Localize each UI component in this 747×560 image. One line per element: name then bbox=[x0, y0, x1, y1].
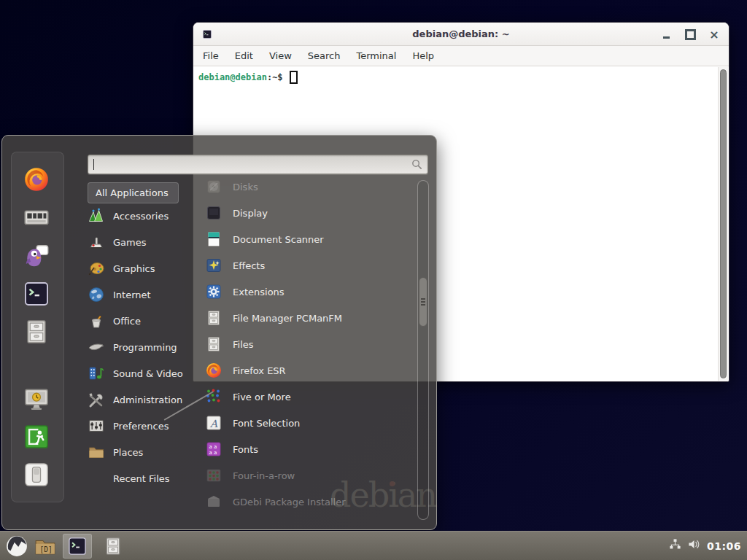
app-label: File Manager PCManFM bbox=[233, 313, 342, 324]
favorite-logout[interactable] bbox=[23, 423, 50, 451]
category-administration[interactable]: Administration bbox=[88, 386, 204, 413]
category-office[interactable]: Office bbox=[88, 308, 204, 334]
app-disks: Disks bbox=[205, 174, 415, 200]
category-preferences[interactable]: Preferences bbox=[88, 413, 204, 439]
favorite-firefox[interactable] bbox=[23, 166, 50, 193]
category-label: Games bbox=[113, 237, 146, 248]
category-programming[interactable]: Programming bbox=[88, 334, 204, 360]
terminal-prompt: debian@debian:~$ bbox=[198, 70, 724, 85]
graphics-icon bbox=[88, 260, 105, 277]
terminal-scrollbar-thumb[interactable] bbox=[720, 69, 727, 378]
file-manager-task-button[interactable] bbox=[98, 534, 128, 559]
app-extensions[interactable]: Extensions bbox=[205, 279, 415, 305]
favorite-file-manager[interactable] bbox=[23, 318, 50, 346]
svg-text:A: A bbox=[209, 418, 218, 429]
search-icon bbox=[411, 158, 423, 171]
app-display[interactable]: Display bbox=[205, 200, 415, 226]
terminal-menubar: FileEditViewSearchTerminalHelp bbox=[193, 46, 729, 66]
svg-text:a a: a a bbox=[209, 450, 217, 456]
terminal-titlebar[interactable]: debian@debian: ~ bbox=[193, 23, 729, 46]
close-button[interactable] bbox=[705, 26, 723, 42]
terminal-menu-edit[interactable]: Edit bbox=[227, 46, 261, 66]
input-devices-icon bbox=[23, 203, 50, 231]
app-five-or-more[interactable]: Five or More bbox=[205, 384, 415, 410]
category-list: AccessoriesGamesGraphicsInternetOfficePr… bbox=[88, 203, 204, 491]
category-internet[interactable]: Internet bbox=[88, 281, 204, 308]
category-accessories[interactable]: Accessories bbox=[88, 203, 204, 229]
category-label: Internet bbox=[113, 289, 151, 300]
terminal-task-button[interactable] bbox=[63, 534, 92, 559]
all-applications-button[interactable]: All Applications bbox=[88, 182, 179, 203]
app-label: Disks bbox=[233, 182, 258, 192]
document-scanner-icon bbox=[205, 230, 222, 248]
svg-text:a a: a a bbox=[209, 444, 217, 450]
app-files[interactable]: Files bbox=[205, 331, 415, 357]
maximize-button[interactable] bbox=[681, 26, 699, 42]
app-firefox-esr[interactable]: Firefox ESR bbox=[205, 357, 415, 384]
menu-launcher-button[interactable] bbox=[6, 535, 28, 557]
minimize-button[interactable] bbox=[657, 26, 675, 42]
app-file-manager-pcmanfm[interactable]: File Manager PCManFM bbox=[205, 305, 415, 331]
prompt-user-host: debian@debian bbox=[198, 72, 267, 82]
firefox-icon bbox=[205, 362, 222, 379]
extensions-icon bbox=[205, 283, 222, 300]
shutdown-icon bbox=[23, 461, 50, 489]
application-list: DisksDisplayDocument ScannerEffectsExten… bbox=[205, 174, 415, 515]
fonts-icon: a aa a bbox=[205, 440, 222, 458]
terminal-menu-help[interactable]: Help bbox=[404, 46, 442, 66]
window-controls bbox=[657, 23, 723, 46]
games-icon bbox=[88, 233, 105, 251]
search-icon bbox=[411, 158, 423, 171]
category-label: Administration bbox=[113, 394, 182, 405]
app-label: Files bbox=[233, 339, 254, 350]
category-games[interactable]: Games bbox=[88, 229, 204, 255]
favorite-terminal[interactable] bbox=[23, 280, 50, 308]
category-sound-video[interactable]: Sound & Video bbox=[88, 360, 204, 386]
terminal-menu-file[interactable]: File bbox=[195, 46, 227, 66]
app-label: Effects bbox=[233, 260, 265, 271]
category-graphics[interactable]: Graphics bbox=[88, 255, 204, 281]
screen: debian debian@debian: ~ FileEditViewSear… bbox=[0, 0, 747, 560]
desktop-folder-icon: [D] bbox=[34, 535, 56, 557]
display-icon bbox=[205, 204, 222, 222]
search-input[interactable] bbox=[88, 155, 428, 174]
network-tray-icon[interactable] bbox=[668, 537, 682, 554]
category-label: Places bbox=[113, 447, 143, 458]
app-label: Document Scanner bbox=[233, 234, 324, 245]
file-manager-icon bbox=[23, 318, 50, 346]
terminal-cursor bbox=[290, 71, 298, 84]
favorite-lock-screen[interactable] bbox=[23, 385, 50, 413]
prompt-path: :~$ bbox=[267, 72, 283, 82]
start-icon bbox=[6, 535, 28, 557]
app-label: Firefox ESR bbox=[233, 365, 286, 376]
app-label: Display bbox=[233, 208, 268, 219]
file-manager-icon bbox=[103, 536, 123, 556]
terminal-scrollbar[interactable] bbox=[718, 67, 728, 381]
app-document-scanner[interactable]: Document Scanner bbox=[205, 226, 415, 252]
app-list-scrollbar-thumb[interactable] bbox=[419, 277, 427, 327]
favorite-shutdown[interactable] bbox=[23, 461, 50, 489]
desktop-folder-button[interactable]: [D] bbox=[34, 535, 56, 557]
category-places[interactable]: Places bbox=[88, 439, 204, 465]
app-label: Extensions bbox=[233, 287, 285, 298]
system-tray bbox=[668, 537, 701, 554]
app-effects[interactable]: Effects bbox=[205, 252, 415, 279]
favorite-pidgin[interactable] bbox=[23, 242, 50, 270]
lock-screen-icon bbox=[23, 385, 50, 413]
disks-icon bbox=[205, 178, 222, 195]
terminal-menu-terminal[interactable]: Terminal bbox=[348, 46, 404, 66]
terminal-menu-view[interactable]: View bbox=[261, 46, 300, 66]
app-fonts[interactable]: a aa aFonts bbox=[205, 436, 415, 462]
favorite-input-devices[interactable] bbox=[23, 203, 50, 231]
category-label: Accessories bbox=[113, 211, 169, 222]
app-list-scrollbar[interactable] bbox=[417, 180, 429, 520]
app-font-selection[interactable]: AFont Selection bbox=[205, 410, 415, 436]
terminal-menu-search[interactable]: Search bbox=[300, 46, 349, 66]
volume-tray-icon[interactable] bbox=[687, 537, 701, 554]
category-recent-files[interactable]: Recent Files bbox=[88, 465, 204, 491]
effects-icon bbox=[205, 257, 222, 274]
pidgin-icon bbox=[23, 242, 50, 270]
category-label: Sound & Video bbox=[113, 368, 183, 379]
app-label: Fonts bbox=[233, 444, 258, 455]
volume-icon bbox=[687, 537, 701, 551]
